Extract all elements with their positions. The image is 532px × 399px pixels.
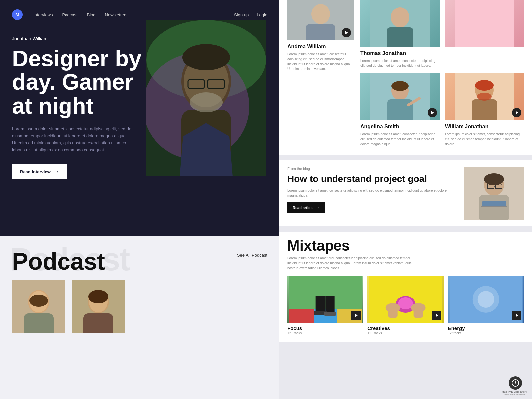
svg-rect-24	[306, 24, 335, 40]
william-jonathan-thumb	[445, 73, 524, 120]
svg-rect-15	[24, 313, 54, 333]
play-icon-angelina	[431, 111, 434, 114]
thomas-jonathan-card: Thomas Jonathan Lorem ipsum dolor sit am…	[360, 0, 440, 68]
svg-rect-37	[472, 99, 497, 120]
mixtape-focus-card: Focus 12 Tracks	[287, 276, 363, 335]
andrea-william-desc: Lorem ipsum dolor sit amet, consectetur …	[287, 52, 354, 71]
mixtapes-section: Mixtapes Lorem ipsum dolor sit amet drol…	[279, 232, 532, 342]
nav-logo[interactable]: M	[12, 9, 23, 20]
nav-auth: Sign up Login	[234, 12, 267, 17]
svg-rect-20	[83, 313, 113, 333]
svg-point-23	[311, 4, 330, 24]
empty-top-right-card	[445, 0, 524, 68]
nav-signup-link[interactable]: Sign up	[234, 12, 249, 17]
creatives-play-icon	[436, 314, 438, 317]
blog-description: Lorem ipsum dolor sit amet, consectetur …	[287, 188, 458, 198]
nav-link-interviews[interactable]: Interviews	[33, 12, 53, 17]
read-interview-button[interactable]: Read interview →	[12, 164, 67, 179]
compass-icon	[511, 379, 519, 387]
thomas-jonathan-thumb	[360, 0, 440, 47]
svg-point-33	[391, 81, 409, 91]
podcast-person-1-svg	[12, 280, 65, 333]
william-play-button[interactable]	[512, 108, 521, 117]
nav-login-link[interactable]: Login	[257, 12, 267, 17]
mixtape-creatives-card: Creatives 12 Tracks	[367, 276, 444, 335]
svg-point-67	[477, 291, 494, 308]
nav-link-blog[interactable]: Blog	[87, 12, 96, 17]
svg-point-60	[398, 297, 413, 309]
svg-rect-57	[324, 312, 336, 316]
svg-point-38	[475, 80, 494, 91]
mixtape-creatives-name: Creatives	[367, 325, 444, 331]
blog-title: How to understand project goal	[287, 173, 458, 185]
svg-rect-29	[455, 0, 514, 47]
play-icon-william	[516, 111, 518, 114]
hero-section: M Interviews Podcast Blog Newsletters Si…	[0, 0, 279, 236]
blog-content: From the blog How to understand project …	[287, 167, 458, 220]
thomas-jonathan-image	[360, 0, 440, 47]
right-panel: Andrea William Lorem ipsum dolor sit ame…	[279, 0, 532, 399]
watermark: MSc-PhD Computer IT www.laurentiu.com.ro	[502, 376, 529, 396]
angelina-smith-name: Angelina Smith	[360, 123, 440, 130]
energy-play-button[interactable]	[512, 311, 521, 320]
thomas-jonathan-name: Thomas Jonathan	[360, 50, 440, 56]
hero-title: Designer by day. Gamer at night	[12, 47, 152, 118]
mixtapes-grid: Focus 12 Tracks	[287, 276, 524, 335]
watermark-text: MSc-PhD Computer IT	[502, 390, 529, 393]
thomas-jonathan-desc: Lorem ipsum dolor sit amet, consectetur …	[360, 58, 440, 68]
blog-image	[464, 167, 524, 220]
top-right-thumb	[445, 0, 524, 47]
podcast-section: Podcast Podcast See All Podcast	[0, 236, 279, 399]
andrea-william-name: Andrea William	[287, 43, 354, 50]
william-jonathan-name: William Jonathan	[445, 123, 524, 130]
svg-point-21	[88, 290, 108, 303]
mixtape-energy-card: Energy 12 tracks	[448, 276, 524, 335]
angelina-smith-card: Angelina Smith Lorem ipsum dolor sit ame…	[360, 73, 440, 147]
hero-subtitle: Jonathan William	[12, 36, 267, 41]
william-jonathan-card: William Jonathan Lorem ipsum dolor sit a…	[445, 73, 524, 147]
nav-link-newsletters[interactable]: Newsletters	[105, 12, 128, 17]
andrea-play-button[interactable]	[342, 28, 351, 37]
nav-links: Interviews Podcast Blog Newsletters	[33, 12, 223, 17]
svg-rect-62	[388, 308, 398, 318]
interviews-grid: Thomas Jonathan Lorem ipsum dolor sit am…	[360, 0, 524, 147]
andrea-william-thumb	[287, 0, 354, 40]
main-interview-card: Andrea William Lorem ipsum dolor sit ame…	[287, 0, 354, 147]
mixtape-focus-name: Focus	[287, 325, 363, 331]
watermark-icon	[509, 376, 522, 390]
podcast-avatars	[12, 280, 267, 333]
read-article-button[interactable]: Read article →	[287, 202, 325, 213]
svg-rect-55	[326, 296, 335, 313]
svg-rect-64	[414, 308, 423, 318]
mixtapes-description: Lorem ipsum dolor sit amet drol, consect…	[287, 256, 420, 271]
mixtapes-header: Mixtapes	[287, 238, 524, 253]
watermark-url: www.laurentiu.com.ro	[504, 393, 526, 396]
mixtape-energy-tracks: 12 tracks	[448, 332, 524, 335]
podcast-title: Podcast	[12, 249, 267, 273]
svg-rect-48	[482, 201, 506, 206]
podcast-avatar-2	[72, 280, 125, 333]
blog-section: From the blog How to understand project …	[279, 160, 532, 226]
podcast-avatar-1	[12, 280, 65, 333]
svg-rect-32	[387, 99, 413, 120]
svg-point-26	[391, 7, 409, 27]
podcast-person-2-svg	[72, 280, 125, 333]
mixtape-focus-tracks: 12 Tracks	[287, 332, 363, 335]
angelina-play-button[interactable]	[428, 108, 437, 117]
hero-description: Lorem ipsum dolor sit amet, consectetur …	[12, 126, 132, 153]
focus-play-button[interactable]	[351, 311, 361, 320]
mixtape-energy-thumb	[448, 276, 524, 323]
blog-label: From the blog	[287, 167, 458, 171]
energy-play-icon	[516, 314, 518, 317]
svg-rect-54	[316, 296, 326, 313]
mixtape-creatives-thumb	[367, 276, 444, 323]
interviews-section: Andrea William Lorem ipsum dolor sit ame…	[279, 0, 532, 155]
svg-rect-27	[387, 27, 413, 47]
svg-point-46	[484, 173, 504, 185]
creatives-play-button[interactable]	[432, 311, 441, 320]
blog-person-svg	[464, 167, 524, 220]
svg-point-16	[29, 295, 48, 307]
svg-rect-51	[289, 309, 314, 323]
nav-link-podcast[interactable]: Podcast	[62, 12, 78, 17]
angelina-smith-thumb	[360, 73, 440, 120]
